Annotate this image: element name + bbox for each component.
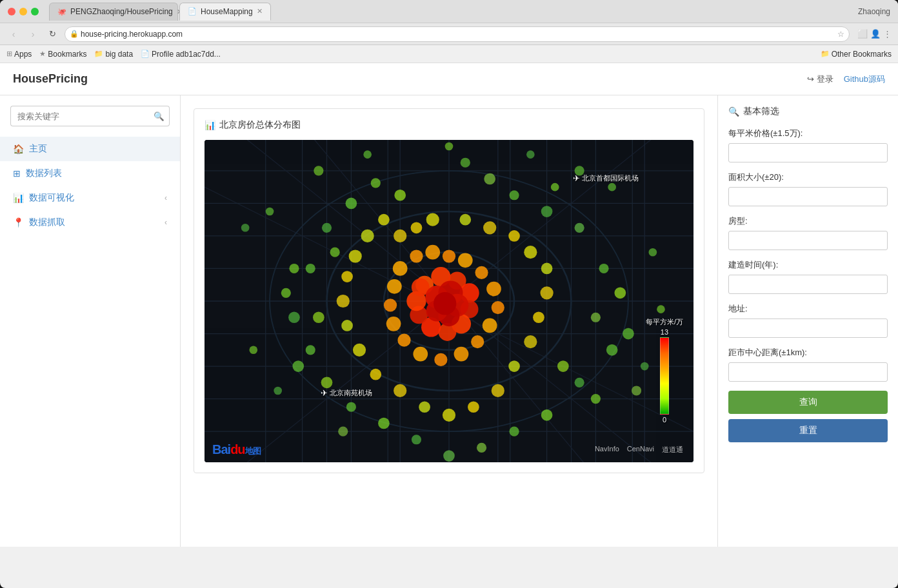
svg-point-63	[649, 248, 657, 257]
menu-button[interactable]: ⋮	[883, 29, 892, 39]
svg-point-100	[475, 266, 488, 279]
svg-point-84	[492, 384, 504, 397]
tab-housemapping-close[interactable]: ✕	[257, 7, 263, 15]
svg-point-47	[575, 378, 584, 387]
github-icon: 🐙	[57, 8, 66, 16]
filter-price-input[interactable]	[728, 143, 888, 162]
svg-point-18	[327, 211, 572, 391]
search-input[interactable]	[10, 106, 149, 126]
svg-point-117	[452, 314, 471, 333]
search-button[interactable]: 🔍	[149, 106, 170, 126]
legend-min-label: 0	[663, 416, 666, 424]
sidebar-item-data-viz[interactable]: 📊 数据可视化 ‹	[0, 186, 180, 210]
svg-point-58	[281, 288, 291, 298]
filter-area-input[interactable]	[728, 187, 888, 206]
svg-point-91	[341, 320, 353, 331]
bookmark-other-label: Other Bookmarks	[832, 50, 892, 59]
main-panel: 📊 北京房价总体分布图	[181, 95, 717, 547]
svg-point-74	[426, 213, 439, 226]
bookmark-bigdata[interactable]: 📁 big data	[94, 50, 133, 59]
bookmark-profile[interactable]: 📄 Profile adb1ac7dd...	[141, 50, 221, 59]
maximize-button[interactable]	[31, 8, 39, 15]
svg-point-96	[410, 250, 423, 262]
query-button[interactable]: 查询	[728, 391, 888, 414]
map-container[interactable]: ✈ 北京首都国际机场 ✈ 北京南苑机场 每平方米/万 13 0	[205, 140, 693, 462]
svg-point-106	[434, 353, 447, 366]
panel-title: 📊 北京房价总体分布图	[205, 119, 693, 131]
tab-bar: 🐙 PENGZhaoqing/HousePricing ✕ 📄 HouseMap…	[49, 3, 853, 21]
svg-point-40	[541, 206, 553, 217]
svg-point-61	[249, 346, 257, 354]
tab-github[interactable]: 🐙 PENGZhaoqing/HousePricing ✕	[49, 3, 178, 21]
app-logo: HousePricing	[13, 72, 88, 86]
svg-point-33	[371, 178, 381, 188]
panel-title-text: 北京房价总体分布图	[219, 119, 301, 131]
filter-room-type-input[interactable]	[728, 231, 888, 250]
svg-point-81	[533, 311, 544, 323]
screenshot-button[interactable]: ⬜	[857, 29, 868, 39]
chevron-right-icon: ‹	[165, 193, 167, 202]
close-button[interactable]	[8, 8, 15, 15]
filter-year-label: 建造时间(年):	[728, 259, 888, 271]
browser-content: HousePricing ↪ 登录 Github源码 🔍	[0, 63, 898, 547]
tab-housemapping-label: HouseMapping	[201, 7, 253, 16]
svg-point-57	[288, 311, 300, 323]
svg-point-123	[425, 286, 448, 308]
bookmark-bookmarks[interactable]: ★ Bookmarks	[39, 50, 86, 59]
apps-grid-icon: ⊞	[6, 50, 12, 58]
bookmark-apps[interactable]: ⊞ Apps	[6, 50, 32, 59]
svg-point-69	[608, 183, 616, 191]
sidebar-item-home[interactable]: 🏠 主页	[0, 137, 180, 161]
svg-point-17	[384, 252, 514, 350]
svg-point-133	[313, 311, 324, 323]
svg-point-99	[458, 253, 473, 268]
svg-point-79	[541, 263, 553, 275]
svg-point-59	[241, 224, 250, 232]
svg-point-64	[657, 305, 665, 313]
svg-point-128	[434, 292, 456, 315]
login-link[interactable]: ↪ 登录	[807, 74, 833, 85]
svg-point-132	[632, 386, 641, 395]
sidebar-item-data-crawl[interactable]: 📍 数据抓取 ‹	[0, 210, 180, 235]
svg-point-121	[406, 291, 426, 311]
bookmark-other[interactable]: 📁 Other Bookmarks	[821, 50, 892, 59]
svg-point-71	[378, 214, 390, 226]
url-actions: ⬜ 👤 ⋮	[857, 29, 892, 39]
profile-button[interactable]: 👤	[870, 29, 881, 39]
svg-line-14	[205, 140, 693, 462]
svg-line-16	[205, 187, 693, 431]
svg-point-38	[484, 173, 495, 185]
filter-room-type: 房型:	[728, 215, 888, 250]
legend-top-label: 每平方米/万	[646, 317, 683, 327]
svg-point-42	[551, 183, 559, 191]
airport-label-nanyuan: ✈ 北京南苑机场	[321, 388, 372, 398]
reset-button[interactable]: 重置	[728, 419, 888, 442]
title-bar: 🐙 PENGZhaoqing/HousePricing ✕ 📄 HouseMap…	[0, 0, 898, 23]
svg-point-126	[439, 305, 460, 326]
filter-distance-input[interactable]	[728, 362, 888, 382]
bookmark-bookmarks-label: Bookmarks	[48, 50, 86, 59]
filter-title: 🔍 基本筛选	[728, 106, 888, 117]
github-link[interactable]: Github源码	[844, 74, 885, 85]
svg-point-44	[614, 288, 626, 299]
bookmark-star-icon[interactable]: ☆	[837, 30, 844, 39]
sidebar-home-label: 主页	[29, 143, 47, 155]
forward-button[interactable]: ›	[26, 27, 40, 41]
filter-year-input[interactable]	[728, 275, 888, 294]
map-attribution: Baidu地图 NavInfo CenNavi 道道通	[212, 442, 683, 457]
svg-point-83	[508, 360, 520, 372]
svg-point-35	[394, 190, 406, 201]
filter-address-input[interactable]	[728, 318, 888, 338]
minimize-button[interactable]	[19, 8, 27, 15]
back-button[interactable]: ‹	[6, 27, 21, 41]
url-input[interactable]	[65, 26, 850, 42]
svg-point-73	[411, 222, 423, 233]
svg-point-85	[468, 401, 479, 413]
tab-housemapping[interactable]: 📄 HouseMapping ✕	[179, 3, 271, 21]
svg-point-98	[443, 250, 455, 262]
svg-point-115	[459, 283, 479, 302]
app-body: 🔍 🏠 主页 ⊞ 数据列表 📊 数据可视化 ‹ 📍 数据抓取	[0, 95, 898, 547]
svg-point-68	[526, 150, 535, 159]
sidebar-item-data-list[interactable]: ⊞ 数据列表	[0, 161, 180, 186]
refresh-button[interactable]: ↻	[45, 27, 59, 41]
